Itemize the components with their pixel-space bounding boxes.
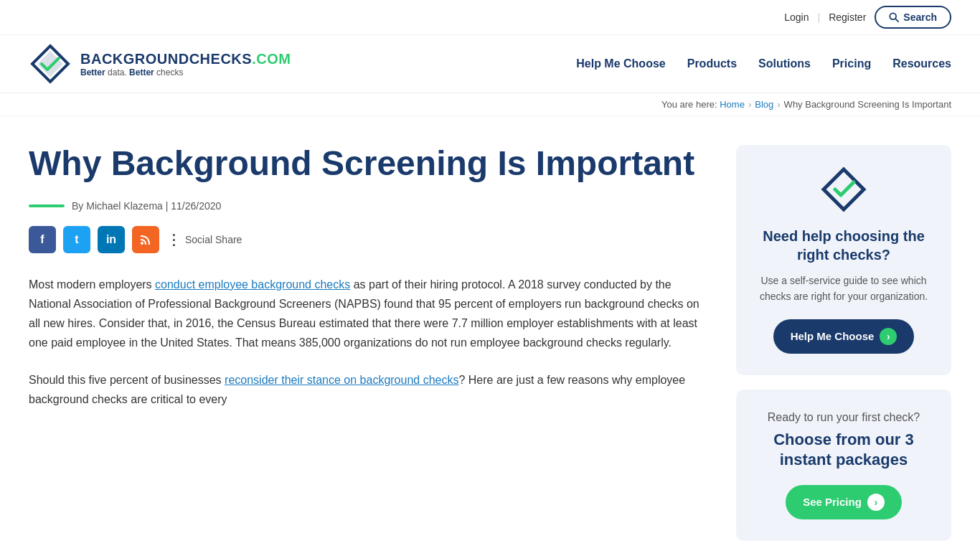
article-paragraph-1: Most modern employers conduct employee b… bbox=[29, 275, 707, 353]
svg-point-4 bbox=[141, 242, 143, 245]
widget2-title: Choose from our 3 instant packages bbox=[750, 430, 937, 471]
breadcrumb: You are here: Home › Blog › Why Backgrou… bbox=[0, 93, 980, 116]
sidebar: Need help choosing the right checks? Use… bbox=[736, 145, 951, 551]
nav-resources[interactable]: Resources bbox=[892, 57, 951, 70]
twitter-share-button[interactable]: t bbox=[63, 226, 90, 253]
widget-logo-icon bbox=[821, 166, 867, 212]
search-label: Search bbox=[903, 11, 937, 23]
help-widget: Need help choosing the right checks? Use… bbox=[736, 145, 951, 375]
logo-area: BACKGROUNDCHECKS.COM Better data. Better… bbox=[29, 42, 291, 85]
logo-icon bbox=[29, 42, 72, 85]
more-share-button[interactable]: ⋮ Social Share bbox=[166, 231, 242, 248]
linkedin-share-button[interactable]: in bbox=[98, 226, 125, 253]
article-author: By Michael Klazema | 11/26/2020 bbox=[72, 200, 221, 212]
main-content: Why Background Screening Is Important By… bbox=[0, 116, 980, 551]
top-bar: Login | Register Search bbox=[0, 0, 980, 35]
social-share: f t in ⋮ Social Share bbox=[29, 226, 707, 253]
divider: | bbox=[818, 11, 821, 23]
article-paragraph-2: Should this five percent of businesses r… bbox=[29, 370, 707, 409]
breadcrumb-home[interactable]: Home bbox=[720, 99, 745, 110]
nav-solutions[interactable]: Solutions bbox=[758, 57, 811, 70]
article-body: Most modern employers conduct employee b… bbox=[29, 275, 707, 409]
widget2-btn-label: See Pricing bbox=[803, 496, 862, 508]
logo-main: BACKGROUNDCHECKS bbox=[80, 51, 252, 67]
article-meta: By Michael Klazema | 11/26/2020 bbox=[29, 200, 707, 212]
main-nav: Help Me Choose Products Solutions Pricin… bbox=[576, 57, 951, 70]
widget2-arrow-icon: › bbox=[867, 494, 885, 511]
body2-link[interactable]: reconsider their stance on background ch… bbox=[225, 374, 458, 386]
pricing-widget: Ready to run your first check? Choose fr… bbox=[736, 390, 951, 541]
widget1-desc: Use a self-service guide to see which ch… bbox=[750, 273, 937, 305]
widget2-subtitle: Ready to run your first check? bbox=[750, 411, 937, 424]
body1-plain: Most modern employers bbox=[29, 278, 155, 291]
tagline-checks: checks bbox=[156, 67, 183, 77]
search-button[interactable]: Search bbox=[875, 6, 951, 29]
widget1-btn-label: Help Me Choose bbox=[791, 330, 875, 342]
logo-text-area: BACKGROUNDCHECKS.COM Better data. Better… bbox=[80, 51, 291, 77]
widget1-title: Need help choosing the right checks? bbox=[750, 227, 937, 264]
social-share-label: Social Share bbox=[185, 234, 242, 245]
breadcrumb-blog[interactable]: Blog bbox=[755, 99, 773, 110]
nav-pricing[interactable]: Pricing bbox=[832, 57, 871, 70]
rss-share-button[interactable] bbox=[132, 226, 159, 253]
body2-plain: Should this five percent of businesses bbox=[29, 374, 225, 386]
widget1-arrow-icon: › bbox=[880, 328, 897, 345]
meta-line-decoration bbox=[29, 204, 65, 207]
breadcrumb-sep1: › bbox=[748, 99, 751, 110]
more-dots: ⋮ bbox=[166, 231, 181, 248]
breadcrumb-sep2: › bbox=[777, 99, 780, 110]
article-area: Why Background Screening Is Important By… bbox=[29, 145, 707, 551]
logo-tagline: Better data. Better checks bbox=[80, 67, 291, 77]
svg-line-1 bbox=[895, 19, 898, 22]
see-pricing-button[interactable]: See Pricing › bbox=[786, 485, 902, 519]
article-title: Why Background Screening Is Important bbox=[29, 145, 707, 183]
header: BACKGROUNDCHECKS.COM Better data. Better… bbox=[0, 35, 980, 93]
nav-help[interactable]: Help Me Choose bbox=[576, 57, 665, 70]
nav-products[interactable]: Products bbox=[687, 57, 737, 70]
breadcrumb-prefix: You are here: bbox=[661, 99, 717, 110]
logo-name: BACKGROUNDCHECKS.COM bbox=[80, 51, 291, 67]
logo-domain: .COM bbox=[252, 51, 291, 67]
breadcrumb-current: Why Background Screening Is Important bbox=[784, 99, 951, 110]
register-link[interactable]: Register bbox=[829, 11, 866, 23]
body1-link[interactable]: conduct employee background checks bbox=[155, 278, 350, 291]
search-icon bbox=[889, 12, 899, 22]
svg-marker-5 bbox=[824, 169, 864, 209]
help-me-choose-button[interactable]: Help Me Choose › bbox=[773, 319, 915, 354]
facebook-share-button[interactable]: f bbox=[29, 226, 56, 253]
tagline-better1: Better bbox=[80, 67, 105, 77]
tagline-data: data. bbox=[108, 67, 127, 77]
rss-icon bbox=[139, 233, 152, 246]
login-link[interactable]: Login bbox=[784, 11, 809, 23]
tagline-better2: Better bbox=[129, 67, 154, 77]
